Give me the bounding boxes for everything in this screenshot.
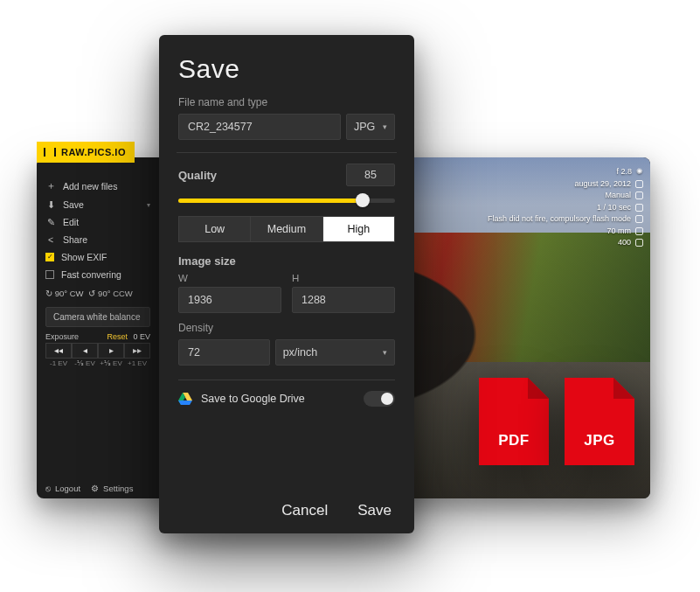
height-input[interactable]: 1288 bbox=[292, 287, 395, 313]
width-label: W bbox=[178, 273, 281, 283]
file-badge-label: PDF bbox=[479, 432, 549, 449]
ev-label: +1 EV bbox=[124, 359, 150, 367]
slider-thumb[interactable] bbox=[356, 193, 370, 207]
mode-icon bbox=[635, 192, 643, 199]
density-label: Density bbox=[178, 322, 395, 334]
white-balance-select[interactable]: Camera white balance bbox=[45, 307, 150, 327]
checkbox-on-icon: ✓ bbox=[45, 253, 54, 261]
rotate-cw-button[interactable]: ↻ 90° CW bbox=[45, 289, 83, 298]
exposure-steppers: ◂◂ ◂ ▸ ▸▸ bbox=[37, 343, 159, 359]
sidebar-item-label: Show EXIF bbox=[61, 252, 107, 262]
ev-label: -1 EV bbox=[45, 359, 72, 367]
quality-label: Quality bbox=[178, 169, 217, 182]
logout-label: Logout bbox=[55, 484, 80, 493]
calendar-icon bbox=[635, 180, 643, 188]
exif-mode: Manual bbox=[605, 190, 631, 202]
exposure-step-labels: -1 EV -⅓ EV +⅓ EV +1 EV bbox=[37, 359, 159, 367]
rotate-controls: ↻ 90° CW ↺ 90° CCW bbox=[37, 283, 159, 303]
ev-minus-third[interactable]: ◂ bbox=[72, 343, 98, 359]
sidebar-menu: ＋ Add new files ⬇ Save ▾ ✎ Edit < Share bbox=[37, 177, 159, 283]
sidebar-item-show-exif[interactable]: ✓ Show EXIF bbox=[37, 248, 159, 266]
quality-preset-segmented: Low Medium High bbox=[178, 216, 395, 242]
gear-icon: ⚙ bbox=[91, 484, 99, 493]
exposure-header: Exposure Reset 0 EV bbox=[37, 332, 159, 343]
sidebar-item-label: Fast convering bbox=[61, 269, 121, 280]
width-input[interactable]: 1936 bbox=[178, 287, 281, 313]
focal-icon bbox=[635, 227, 643, 235]
density-unit-value: px/inch bbox=[283, 346, 318, 359]
density-unit-select[interactable]: px/inch ▾ bbox=[275, 339, 395, 366]
shutter-icon bbox=[635, 204, 643, 212]
ev-plus-third[interactable]: ▸ bbox=[98, 343, 124, 359]
slider-fill bbox=[178, 198, 363, 203]
logout-button[interactable]: ⎋ Logout bbox=[45, 484, 80, 493]
save-button[interactable]: Save bbox=[357, 502, 392, 519]
checkbox-off-icon bbox=[45, 270, 54, 279]
exif-shutter: 1 / 10 sec bbox=[597, 202, 631, 214]
svg-marker-2 bbox=[178, 400, 192, 405]
iso-icon bbox=[635, 239, 643, 247]
settings-button[interactable]: ⚙ Settings bbox=[91, 484, 133, 493]
filename-label: File name and type bbox=[178, 96, 395, 108]
exif-date: august 29, 2012 bbox=[574, 178, 631, 191]
dialog-actions: Cancel Save bbox=[159, 502, 414, 519]
imagesize-label: Image size bbox=[178, 254, 395, 268]
ev-label: +⅓ EV bbox=[98, 359, 124, 367]
file-badge-label: JPG bbox=[565, 432, 634, 449]
exif-aperture: f 2.8 bbox=[616, 166, 632, 178]
flash-icon bbox=[635, 215, 643, 223]
file-badge-jpg: JPG bbox=[565, 378, 634, 465]
exif-iso: 400 bbox=[618, 237, 631, 249]
pencil-icon: ✎ bbox=[45, 217, 56, 227]
film-icon bbox=[44, 148, 56, 157]
ev-label: -⅓ EV bbox=[72, 359, 98, 367]
save-dialog: Save File name and type CR2_234577 JPG ▾… bbox=[159, 35, 414, 533]
exposure-reset-button[interactable]: Reset bbox=[107, 332, 128, 341]
quality-low-button[interactable]: Low bbox=[178, 216, 251, 242]
logout-icon: ⎋ bbox=[45, 484, 51, 493]
quality-slider[interactable] bbox=[178, 192, 395, 209]
sidebar-item-edit[interactable]: ✎ Edit bbox=[37, 213, 159, 231]
exif-overlay: f 2.8✺ august 29, 2012 Manual 1 / 10 sec… bbox=[488, 166, 643, 249]
brand-text: RAW.PICS.IO bbox=[61, 147, 126, 157]
google-drive-icon bbox=[178, 393, 192, 405]
sidebar: RAW.PICS.IO ＋ Add new files ⬇ Save ▾ ✎ E… bbox=[37, 157, 159, 498]
filename-input[interactable]: CR2_234577 bbox=[178, 114, 341, 140]
settings-label: Settings bbox=[103, 484, 133, 493]
sidebar-item-share[interactable]: < Share bbox=[37, 231, 159, 248]
sidebar-item-add[interactable]: ＋ Add new files bbox=[37, 177, 159, 196]
height-label: H bbox=[292, 273, 395, 283]
cancel-button[interactable]: Cancel bbox=[281, 502, 328, 519]
share-icon: < bbox=[45, 234, 56, 245]
save-to-gdrive-row: Save to Google Drive bbox=[178, 380, 395, 407]
chevron-down-icon: ▾ bbox=[147, 201, 150, 209]
sidebar-item-save[interactable]: ⬇ Save ▾ bbox=[37, 196, 159, 213]
format-select[interactable]: JPG ▾ bbox=[346, 114, 395, 140]
brand-logo[interactable]: RAW.PICS.IO bbox=[37, 142, 135, 163]
file-badge-pdf: PDF bbox=[479, 378, 549, 465]
chevron-down-icon: ▾ bbox=[383, 122, 387, 131]
sidebar-item-fast-converting[interactable]: Fast convering bbox=[37, 266, 159, 283]
download-icon: ⬇ bbox=[45, 199, 56, 210]
quality-value[interactable]: 85 bbox=[346, 164, 395, 186]
quality-high-button[interactable]: High bbox=[323, 216, 395, 242]
exif-flash: Flash did not fire, compulsory flash mod… bbox=[488, 213, 631, 226]
divider bbox=[177, 152, 397, 153]
exposure-label: Exposure bbox=[45, 332, 79, 341]
chevron-down-icon: ▾ bbox=[383, 348, 387, 357]
sidebar-item-label: Save bbox=[63, 199, 84, 210]
plus-icon: ＋ bbox=[45, 180, 56, 192]
sidebar-footer: ⎋ Logout ⚙ Settings bbox=[37, 484, 159, 493]
density-input[interactable]: 72 bbox=[178, 339, 270, 366]
ev-plus-1[interactable]: ▸▸ bbox=[124, 343, 150, 359]
sidebar-item-label: Add new files bbox=[63, 181, 117, 192]
gdrive-toggle[interactable] bbox=[364, 391, 395, 407]
ev-minus-1[interactable]: ◂◂ bbox=[45, 343, 72, 359]
dialog-title: Save bbox=[178, 54, 395, 84]
exposure-value: 0 EV bbox=[133, 332, 150, 341]
rotate-ccw-button[interactable]: ↺ 90° CCW bbox=[88, 289, 132, 298]
sidebar-item-label: Share bbox=[63, 234, 87, 245]
gdrive-label: Save to Google Drive bbox=[201, 393, 305, 405]
aperture-icon: ✺ bbox=[636, 166, 643, 178]
quality-medium-button[interactable]: Medium bbox=[251, 216, 322, 242]
